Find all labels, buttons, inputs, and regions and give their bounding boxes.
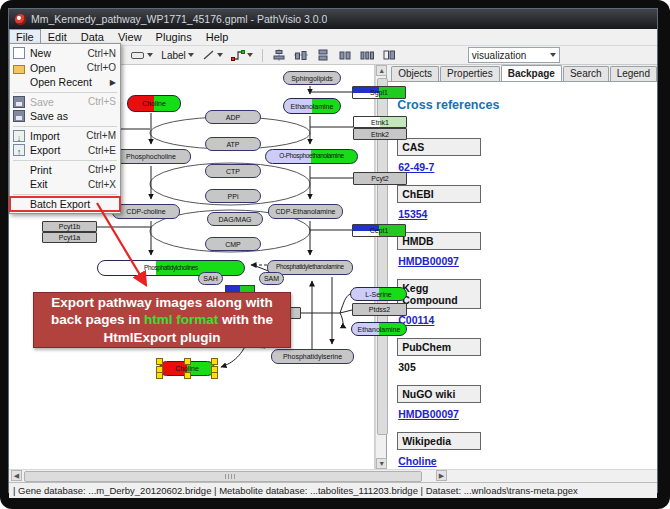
pathway-node-ethanolamine[interactable]: Ethanolamine — [283, 98, 341, 114]
menu-shortcut: Ctrl+E — [88, 145, 116, 156]
node-label: ADP — [226, 114, 240, 121]
menu-help[interactable]: Help — [199, 29, 236, 45]
pathway-node-atp[interactable]: ATP — [205, 137, 261, 151]
pathway-node-choline[interactable]: Choline — [127, 95, 181, 112]
cross-reference-list: CAS62-49-7ChEBI15354HMDBHMDB00097Kegg Co… — [397, 138, 649, 467]
xref-value: C00114 — [398, 314, 649, 326]
xref-value: HMDB00097 — [398, 408, 649, 420]
file-menu-item-open[interactable]: OpenCtrl+O — [10, 61, 120, 76]
pathway-node-o-phosphoethanolamine[interactable]: O-Phosphoethanolamine — [265, 149, 358, 164]
gene-box-icon — [130, 49, 145, 61]
node-label: Etnk2 — [371, 131, 389, 138]
pathway-node-cept1[interactable]: Cept1 — [352, 224, 406, 237]
xref-link[interactable]: Choline — [398, 455, 437, 467]
file-menu-item-print[interactable]: PrintCtrl+P — [10, 163, 120, 178]
selection-handle[interactable] — [211, 358, 218, 365]
pathway-node-pcyt1a[interactable]: Pcyt1a — [42, 232, 97, 243]
pathway-node-sphingolipids[interactable]: Sphingolipids — [283, 71, 341, 85]
common-size-button[interactable] — [380, 48, 398, 62]
file-menu-item-save-as[interactable]: Save as — [10, 109, 120, 124]
save-disk-icon — [13, 96, 25, 108]
pathway-node-sam[interactable]: SAM — [259, 272, 284, 285]
pathway-node-pcyt2[interactable]: Pcyt2 — [353, 172, 407, 185]
pathway-node-phosphatidylserine[interactable]: Phosphatidylserine — [271, 349, 354, 364]
xref-link[interactable]: 15354 — [398, 208, 427, 220]
pathway-node-ethanolamine-2[interactable]: Ethanolamine — [351, 322, 407, 336]
align-center-x-button[interactable] — [270, 48, 288, 62]
pathway-node-phosphatidylcholines[interactable]: Phosphatidylcholines — [97, 260, 245, 276]
cross-references-heading: Cross references — [397, 98, 649, 112]
pathway-node-etnk2[interactable]: Etnk2 — [353, 128, 407, 140]
scroll-left-arrow-icon[interactable]: ◀ — [11, 470, 22, 481]
screenshot-root: Mm_Kennedy_pathway_WP1771_45176.gpml - P… — [0, 0, 670, 509]
visualization-combobox[interactable]: visualization — [468, 47, 560, 63]
canvas-horizontal-scrollbar[interactable]: ◀ ▶ — [9, 469, 657, 482]
selection-handle[interactable] — [184, 372, 191, 379]
distribute-horizontal-icon — [360, 49, 374, 61]
file-menu-item-exit[interactable]: ExitCtrl+X — [10, 177, 120, 192]
scroll-up-arrow-icon[interactable]: ▲ — [376, 65, 387, 76]
pathway-node-ctp[interactable]: CTP — [205, 164, 261, 178]
pathway-node-ppi[interactable]: PPi — [205, 189, 261, 203]
selection-handle[interactable] — [184, 358, 191, 365]
node-label: CTP — [226, 168, 240, 175]
pathway-node-pcyt1b[interactable]: Pcyt1b — [42, 221, 97, 232]
selection-handle[interactable] — [156, 358, 163, 365]
xref-section-hmdb: HMDBHMDB00097 — [397, 232, 649, 267]
tab-backpage[interactable]: Backpage — [501, 65, 562, 81]
tab-legend[interactable]: Legend — [610, 66, 657, 81]
pathway-node-ptdss2[interactable]: Ptdss2 — [352, 303, 407, 316]
file-menu-item-import[interactable]: ImportCtrl+M — [10, 129, 120, 144]
chevron-down-icon — [147, 53, 153, 57]
stack-vertical-button[interactable] — [314, 48, 332, 62]
pathway-node-dag-mag[interactable]: DAG/MAG — [207, 212, 263, 226]
file-menu-item-open-recent[interactable]: Open Recent▶ — [10, 75, 120, 90]
xref-section-pubchem: PubChem305 — [397, 338, 649, 373]
xref-link[interactable]: HMDB00097 — [398, 408, 459, 420]
selection-handle[interactable] — [156, 372, 163, 379]
distribute-horizontal-button[interactable] — [358, 48, 376, 62]
pathway-node-cdp-choline[interactable]: CDP-choline — [112, 204, 180, 219]
horizontal-scroll-track[interactable]: ◀ ▶ — [11, 470, 447, 481]
pathway-node-sah[interactable]: SAH — [198, 272, 223, 285]
add-label-button[interactable]: Label — [159, 49, 195, 62]
pathway-node-choline-selected[interactable]: Choline — [159, 361, 215, 376]
tab-objects[interactable]: Objects — [391, 66, 439, 81]
scroll-right-arrow-icon[interactable]: ▶ — [436, 470, 447, 481]
pathway-node-sgpl1[interactable]: Sgpl1 — [352, 86, 406, 99]
menu-shortcut: Ctrl+M — [86, 130, 116, 141]
pathvisio-app-icon — [15, 14, 26, 25]
add-line-button[interactable] — [200, 48, 225, 62]
pathway-node-phosphocholine[interactable]: Phosphocholine — [111, 149, 191, 164]
selection-handle[interactable] — [211, 372, 218, 379]
pathway-node-adp[interactable]: ADP — [205, 110, 261, 124]
horizontal-scroll-thumb[interactable] — [24, 471, 422, 482]
pathway-node-etnk1[interactable]: Etnk1 — [353, 116, 407, 128]
add-datanode-button[interactable] — [128, 48, 155, 62]
menu-separator — [13, 92, 117, 93]
new-document-icon — [13, 47, 25, 59]
tab-search[interactable]: Search — [563, 66, 609, 81]
open-folder-icon — [13, 65, 25, 74]
menu-plugins[interactable]: Plugins — [149, 29, 199, 45]
menu-item-label: Export — [30, 144, 82, 156]
align-center-y-button[interactable] — [292, 48, 310, 62]
tab-properties[interactable]: Properties — [440, 66, 500, 81]
xref-link[interactable]: HMDB00097 — [398, 255, 459, 267]
xref-section-cas: CAS62-49-7 — [397, 138, 649, 173]
file-menu-item-new[interactable]: NewCtrl+N — [10, 46, 120, 61]
menu-item-label: Save — [30, 96, 82, 108]
file-menu-item-batch-export[interactable]: Batch Export — [10, 197, 120, 212]
add-connector-button[interactable] — [229, 48, 255, 62]
file-menu-item-export[interactable]: ExportCtrl+E — [10, 143, 120, 158]
node-label: Phosphocholine — [126, 153, 176, 160]
menu-item-label: Open — [30, 62, 81, 74]
menu-item-label: Batch Export — [30, 198, 116, 210]
node-label: SAH — [203, 275, 217, 282]
stack-horizontal-button[interactable] — [336, 48, 354, 62]
pathway-node-cdp-ethanolamine[interactable]: CDP-Ethanolamine — [268, 204, 343, 219]
node-label: Etnk1 — [371, 119, 389, 126]
pathway-node-l-serine[interactable]: L-Serine — [350, 287, 407, 301]
pathway-node-cmp[interactable]: CMP — [205, 237, 261, 251]
scroll-down-arrow-icon[interactable]: ▼ — [376, 458, 387, 469]
